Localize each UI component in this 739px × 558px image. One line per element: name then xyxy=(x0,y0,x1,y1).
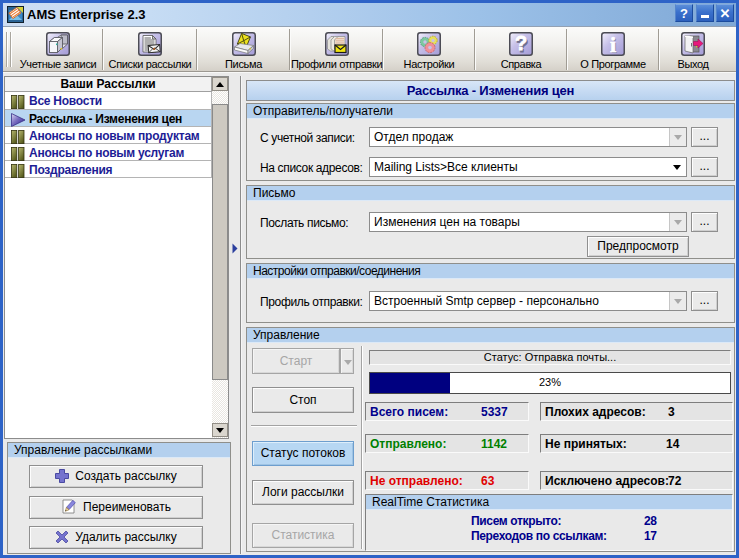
svg-text:?: ? xyxy=(515,32,527,54)
svg-text:i: i xyxy=(610,32,616,56)
